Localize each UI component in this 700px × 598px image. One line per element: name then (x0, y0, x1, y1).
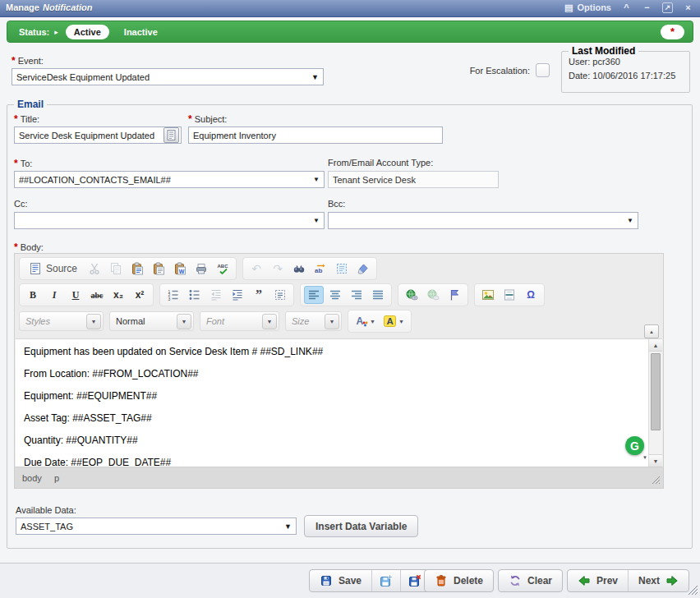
save-and-new-button[interactable] (371, 570, 400, 591)
element-path-body[interactable]: body (22, 473, 42, 483)
toolbar-group-insert: Ω (474, 283, 545, 306)
text-color-button[interactable]: A ▼ (352, 312, 379, 330)
strikethrough-button[interactable]: abc (87, 286, 107, 304)
save-button[interactable]: Save (310, 570, 371, 591)
from-label: From/Email Account Type: (328, 158, 433, 168)
source-button[interactable]: Source (23, 260, 83, 278)
redo-button[interactable]: ↷ (268, 260, 288, 278)
insert-data-variable-button[interactable]: Insert Data Variable (304, 515, 418, 537)
toolbar-collapse-button[interactable]: ▲ (644, 324, 659, 338)
align-right-button[interactable] (347, 286, 366, 304)
status-inactive-button[interactable]: Inactive (124, 27, 158, 37)
editor-content-area[interactable]: Equipment has been updated on Service De… (16, 338, 662, 467)
from-account-field: Tenant Service Desk (328, 171, 499, 188)
underline-button[interactable]: U (66, 286, 85, 304)
align-left-button[interactable] (304, 286, 324, 304)
toolbar-group-clipboard: Source W ABC (19, 257, 237, 280)
styles-combo-label: Styles (25, 316, 50, 326)
subscript-button[interactable]: x₂ (108, 286, 128, 304)
insert-image-button[interactable] (478, 286, 498, 304)
align-justify-button[interactable] (368, 286, 388, 304)
title-lookup-button[interactable] (163, 127, 179, 143)
toolbar-group-undo-find: ↶ ↷ ab (242, 257, 377, 280)
indent-button[interactable] (228, 286, 247, 304)
outdent-button[interactable] (206, 286, 226, 304)
align-left-icon (307, 288, 320, 301)
status-active-button[interactable]: Active (66, 25, 109, 39)
spell-check-button[interactable]: ABC (213, 260, 233, 278)
cc-combo[interactable]: ▼ (14, 212, 325, 229)
anchor-button[interactable] (444, 286, 464, 304)
grammarly-collapse-arrow-icon[interactable]: ▼ (642, 455, 647, 460)
minimize-button[interactable]: − (642, 2, 652, 13)
outdent-icon (210, 288, 223, 301)
paste-from-word-button[interactable]: W (170, 260, 190, 278)
editor-body-text[interactable]: Equipment has been updated on Service De… (16, 339, 649, 467)
options-button[interactable]: ▤ Options (564, 2, 611, 13)
select-all-button[interactable] (332, 260, 352, 278)
size-combo[interactable]: Size ▼ (285, 311, 342, 331)
copy-icon (109, 262, 122, 275)
paste-button[interactable] (127, 260, 147, 278)
link-button[interactable] (402, 286, 421, 304)
clear-button[interactable]: Clear (499, 570, 562, 591)
scroll-down-arrow[interactable]: ▼ (649, 454, 662, 467)
close-button[interactable]: × (683, 2, 693, 13)
replace-button[interactable]: ab (311, 260, 330, 278)
available-data-combo[interactable]: ASSET_TAG ▼ (16, 518, 297, 535)
next-button[interactable]: Next (628, 570, 688, 591)
editor-scrollbar[interactable]: ▲ ▼ (648, 339, 662, 467)
bcc-combo[interactable]: ▼ (328, 212, 638, 229)
window-resize-handle[interactable] (688, 585, 698, 596)
editor-resize-handle[interactable] (652, 476, 661, 485)
svg-text:A: A (386, 316, 393, 326)
element-path-p[interactable]: p (54, 473, 59, 483)
body-label: *Body: (14, 242, 44, 253)
paragraph-format-combo[interactable]: Normal ▼ (109, 311, 194, 331)
bulleted-list-button[interactable] (185, 286, 205, 304)
remove-format-button[interactable] (353, 260, 373, 278)
event-select[interactable]: ServiceDesk Equipment Updated ▼ (12, 68, 324, 85)
dropdown-arrow-icon: ▼ (86, 314, 101, 329)
dropdown-arrow-icon: ▼ (398, 319, 404, 324)
find-button[interactable] (289, 260, 309, 278)
font-combo[interactable]: Font ▼ (200, 311, 279, 331)
copy-button[interactable] (106, 260, 126, 278)
toolbar-group-colors: A ▼ A ▼ (348, 310, 412, 333)
scrollbar-thumb[interactable] (651, 353, 661, 430)
body-line: Asset Tag: ##ASSET_TAG## (24, 412, 641, 424)
align-center-button[interactable] (325, 286, 345, 304)
status-required-badge[interactable]: * (661, 25, 684, 39)
to-combo[interactable]: ##LOCATION_CONTACTS_EMAIL## ▼ (14, 171, 325, 188)
popout-button[interactable]: ↗ (662, 2, 673, 13)
window-titlebar: ManageNotification ▤ Options ^ − ↗ × (0, 0, 700, 17)
toolbar-group-basicstyles: B I U abc x₂ x² (19, 283, 154, 306)
cut-button[interactable] (85, 260, 104, 278)
numbered-list-button[interactable]: 123 (163, 286, 183, 304)
editor-status-bar: body p (15, 467, 663, 488)
trash-icon (435, 574, 448, 587)
create-div-button[interactable] (270, 286, 290, 304)
italic-button[interactable]: I (44, 286, 64, 304)
undo-button[interactable]: ↶ (246, 260, 266, 278)
escalation-checkbox[interactable] (536, 63, 550, 77)
unlink-button[interactable] (423, 286, 443, 304)
print-button[interactable] (191, 260, 211, 278)
paste-plain-text-button[interactable] (149, 260, 168, 278)
special-character-button[interactable]: Ω (521, 286, 541, 304)
scroll-up-arrow[interactable]: ▲ (649, 339, 662, 352)
grammarly-button[interactable]: G (625, 436, 644, 455)
delete-button[interactable]: Delete (425, 570, 493, 591)
title-input[interactable]: Service Desk Equipment Updated (14, 126, 182, 144)
blockquote-button[interactable]: ” (249, 286, 269, 304)
subject-input[interactable]: Equipment Inventory (188, 126, 443, 144)
superscript-button[interactable]: x² (130, 286, 150, 304)
prev-button[interactable]: Prev (568, 570, 628, 591)
background-color-button[interactable]: A ▼ (380, 312, 408, 330)
bold-button[interactable]: B (23, 286, 43, 304)
collapse-button[interactable]: ^ (621, 2, 632, 13)
horizontal-rule-button[interactable] (500, 286, 519, 304)
dropdown-arrow-icon: ▼ (325, 314, 339, 329)
print-icon (195, 262, 208, 275)
styles-combo[interactable]: Styles ▼ (19, 311, 104, 331)
